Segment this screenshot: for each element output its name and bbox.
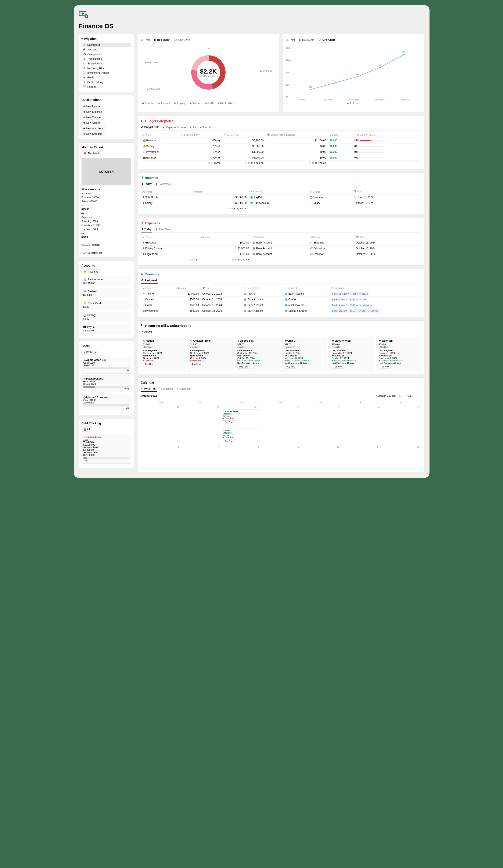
pay-now-button[interactable]: Pay Now: [223, 440, 235, 443]
nav-item-subscriptions[interactable]: ↻Subscriptions: [82, 61, 131, 66]
accounts-link[interactable]: 💳 Accounts: [82, 269, 100, 274]
table-row[interactable]: 📊Investment10% ◔$1,300.00$0.00$1,3000%: [141, 149, 421, 155]
calendar-event[interactable]: ↻ NotionMonthly$20.00■ OverduePay Now: [222, 428, 260, 444]
pay-now-button[interactable]: Pay Now: [223, 421, 235, 424]
tab-expenses-today[interactable]: ⬇ Today: [141, 227, 152, 232]
cal-next-button[interactable]: ›: [417, 394, 421, 398]
qa-new-account[interactable]: New Account: [82, 121, 103, 125]
tab-cal-incomes[interactable]: ⬇ Incomes: [160, 386, 173, 392]
nav-item-investment-tracker[interactable]: 📈Investment Tracker: [82, 71, 131, 75]
calendar-cell[interactable]: 8: [221, 445, 261, 468]
recurring-card[interactable]: ↻ Chat GPT$29.00MonthlyLast PaymentOctob…: [282, 337, 327, 371]
calendar-cell[interactable]: 10: [301, 445, 341, 468]
tab-cal-recurring[interactable]: ↻ Recurring: [141, 386, 157, 392]
recurring-card[interactable]: ↻ Amazon Prime$19.00MonthlyLast PaymentS…: [188, 337, 232, 371]
calendar-cell[interactable]: 7: [181, 445, 221, 468]
nav-item-dashboard[interactable]: ⌂Dashboard: [82, 43, 131, 47]
account-card[interactable]: 💳 Credit Card$0.00: [82, 300, 131, 310]
mr-this-month[interactable]: 📅 This Month: [82, 151, 102, 156]
qa-new-income[interactable]: New Income: [82, 104, 103, 109]
account-card[interactable]: 🏦 Bank Account$18,150.00: [82, 276, 131, 286]
pay-now-button[interactable]: Pay Now: [143, 363, 156, 366]
tab-income-sources[interactable]: ◐ Income Sources: [190, 124, 212, 130]
nav-panel: Navigation ⌂Dashboard🏛Accounts🏷Categorie…: [79, 34, 134, 92]
recurring-card[interactable]: ↻ Notion$20.00MonthlyLast PaymentSeptemb…: [141, 337, 186, 371]
calendar-cell[interactable]: 5: [381, 405, 421, 445]
mr-expenses-label: Expenses:: [82, 215, 131, 219]
tab-transfers-past[interactable]: ⏱ Past Week: [141, 278, 158, 283]
recurring-card[interactable]: ↻ Adobe Suit$59.00MonthlyLast PaymentSep…: [235, 337, 280, 371]
incomes-table: Aa Name # Amount ↗ Accounts 🏷 Source 📅 D…: [141, 189, 421, 211]
pay-now-button[interactable]: Pay Now: [332, 365, 344, 369]
account-card[interactable]: ◯ Savings$0.00: [82, 312, 131, 322]
calendar-event[interactable]: ↻ Amazon PrimeMonthly$19.00■ OverduePay …: [222, 410, 260, 425]
pay-now-button[interactable]: Pay Now: [285, 365, 297, 369]
pay-now-button[interactable]: Pay Now: [190, 363, 202, 366]
calendar-cell[interactable]: 4: [341, 405, 381, 445]
qa-new-transfer[interactable]: New Transfer: [82, 115, 103, 120]
qa-new-category[interactable]: New Category: [82, 132, 104, 136]
goal-card[interactable]: ◎ Apple watch S10Goal: $800Saved: $00%: [82, 356, 131, 374]
tab-cal-expenses[interactable]: ⬆ Expenses: [176, 386, 192, 392]
cal-today-button[interactable]: Today: [405, 394, 415, 398]
table-row[interactable]: ⇄ Investment$650.00October 12, 2024🏦 Ban…: [141, 308, 421, 314]
table-row[interactable]: ⇄ Goals$500.00October 11, 2024🏦 Bank Acc…: [141, 302, 421, 308]
tab-this-month[interactable]: ◐ This Month: [153, 37, 171, 43]
account-card[interactable]: 🅿 PayPal$6,000.00: [82, 323, 131, 334]
calendar-cell[interactable]: 11: [341, 445, 381, 468]
tab-budget-split[interactable]: ◐ Budget Split: [141, 124, 160, 130]
tab-total[interactable]: ◐ Total: [141, 37, 150, 43]
tab-expense-sources[interactable]: ◐ Expense Sources: [163, 124, 187, 130]
table-row[interactable]: 🌿Personal40% ◔$5,200.00$2,200.00$3,00042…: [141, 138, 421, 144]
open-in-calendar-button[interactable]: ↗ Open in Calendar: [374, 394, 398, 398]
table-row[interactable]: ⬆ Groceries$500.00🏦 Bank Account🏷 Shoppi…: [141, 240, 421, 246]
recurring-card[interactable]: ↻ Electricity Bill$100.00MonthlyLast Pay…: [329, 337, 374, 371]
tab-expenses-past[interactable]: ⬆ Past Week: [155, 227, 171, 232]
tab2-this-month[interactable]: ◐ This Month: [298, 37, 315, 43]
nav-item-categories[interactable]: 🏷Categories: [82, 52, 131, 56]
table-row[interactable]: ⬇ Salary$8,000.00🏦 Bank Account▢ SalaryO…: [141, 200, 421, 206]
calendar-cell[interactable]: Oct 1↻ Amazon PrimeMonthly$19.00■ Overdu…: [221, 405, 261, 445]
account-icon: 🅿: [83, 326, 86, 329]
nav-item-recurring-bills[interactable]: ↺Recurring Bills: [82, 66, 131, 71]
tab-incomes-past[interactable]: ⬆ Past Week: [155, 181, 171, 187]
debt-heading: Debt Tracking: [82, 421, 131, 425]
nav-item-transactions[interactable]: ⇅Transactions: [82, 56, 131, 61]
calendar-cell[interactable]: 30: [181, 405, 221, 445]
table-row[interactable]: ⇄ Cashed$500.00October 11, 2024🏦 Bank Ac…: [141, 297, 421, 302]
calendar-cell[interactable]: 9: [261, 445, 301, 468]
table-row[interactable]: ⬆ Flight to NYC$700.00🏦 Bank Account🏷 Tr…: [141, 251, 421, 257]
calendar-cell[interactable]: 6: [141, 445, 181, 468]
table-row[interactable]: ⬆ Editing Course$1,000.00🏦 Bank Account🏷…: [141, 246, 421, 251]
calendar-section: Calendar ↻ Recurring ⬇ Incomes ⬆ Expense…: [138, 378, 425, 472]
wish-list-link[interactable]: ♥ Wish List: [82, 350, 98, 354]
table-row[interactable]: ⬇ Side Hustle$5,000.00🏦 PayPal▢ Business…: [141, 195, 421, 200]
nav-item-accounts[interactable]: 🏛Accounts: [82, 47, 131, 52]
debt-item[interactable]: ↻ Student Loan 10% Total Debt $15,000.00…: [82, 434, 131, 464]
pay-now-button[interactable]: Pay Now: [379, 365, 391, 369]
table-row[interactable]: 💼Business30% ◔$3,900.00$0.00$3,9000%: [141, 155, 421, 161]
nav-item-reports[interactable]: 📅Reports: [82, 84, 131, 89]
cal-prev-button[interactable]: ‹: [399, 394, 404, 398]
table-row[interactable]: ⇄ Transfer$2,000.00October 11, 2024🏦 Pay…: [141, 291, 421, 297]
qa-new-wish-item[interactable]: New wish Item: [82, 126, 105, 131]
tab2-total[interactable]: ◐ Total: [286, 37, 295, 43]
goal-card[interactable]: ◎ Iphone 16 pro maxGoal: $1200Saved: $00…: [82, 394, 131, 411]
calendar-cell[interactable]: 29: [141, 405, 181, 445]
pay-now-button[interactable]: Pay Now: [238, 365, 250, 369]
tab-incomes-today[interactable]: ⬇ Today: [141, 181, 152, 187]
nav-item-debt-tracking[interactable]: ↯Debt Tracking: [82, 80, 131, 84]
recurring-card[interactable]: ↻ Water Bill$29.00MonthlyLast PaymentOct…: [377, 337, 421, 371]
account-card[interactable]: 💵 Cashed$500.00: [82, 288, 131, 298]
nav-item-goals[interactable]: ◎Goals: [82, 75, 131, 80]
tab-line-chart[interactable]: 📈 Line Chart: [174, 37, 190, 43]
table-row[interactable]: 💰Savings20% ◔$2,600.00$0.00$2,6000%: [141, 144, 421, 149]
debt-all[interactable]: ▦ All: [82, 427, 92, 432]
tab-active[interactable]: ✓ Active: [141, 329, 153, 335]
calendar-cell[interactable]: 3: [301, 405, 341, 445]
calendar-cell[interactable]: 12: [381, 445, 421, 468]
goal-card[interactable]: ◎ Mackbook proGoal: $2000Saved: $50025%: [82, 375, 131, 392]
calendar-cell[interactable]: 2: [261, 405, 301, 445]
qa-new-expense[interactable]: New Expense: [82, 110, 104, 114]
tab2-line-chart[interactable]: 📈 Line Chart: [318, 37, 335, 43]
